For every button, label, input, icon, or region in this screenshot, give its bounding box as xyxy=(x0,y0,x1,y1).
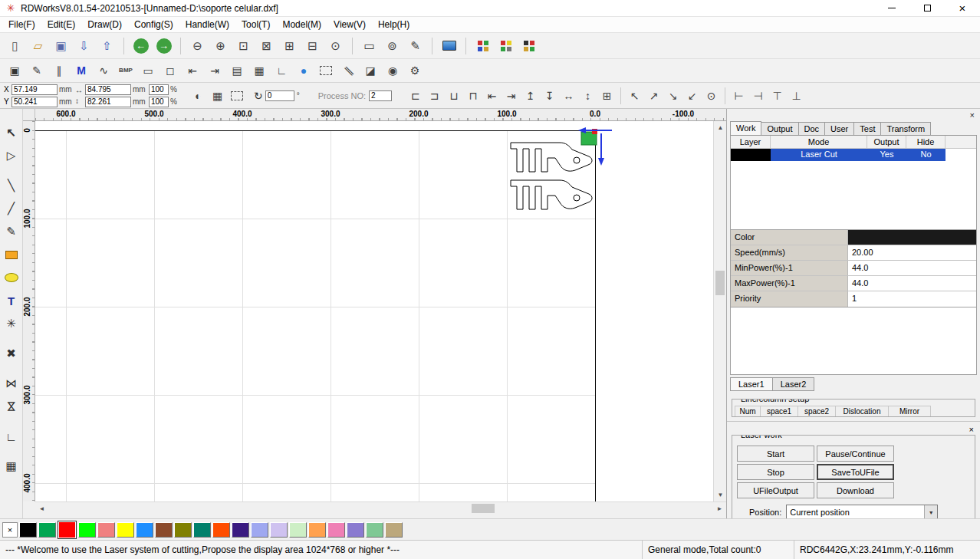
output-select-icon[interactable] xyxy=(518,36,539,56)
bmp-icon[interactable]: BMP xyxy=(116,61,136,80)
star-tool-icon[interactable]: ✳ xyxy=(2,314,21,334)
tab-output[interactable]: Output xyxy=(761,122,798,135)
menu-config[interactable]: Config(S) xyxy=(128,18,179,31)
node-edit-tool-icon[interactable]: ▷ xyxy=(2,146,21,166)
align-center-h-icon[interactable]: ↔ xyxy=(559,87,578,105)
vertical-scroll-track[interactable] xyxy=(714,134,726,488)
pen-pick-icon[interactable]: ✎ xyxy=(27,61,47,80)
tab-work[interactable]: Work xyxy=(730,121,761,135)
export-icon[interactable]: ⇧ xyxy=(97,36,117,56)
layer-mode-cell[interactable]: Laser Cut xyxy=(771,149,867,161)
offset-tool-icon[interactable]: ∟ xyxy=(2,426,21,446)
move-center-icon[interactable]: ⊙ xyxy=(702,87,721,105)
no-color-button[interactable]: × xyxy=(2,522,18,538)
menu-view[interactable]: View(V) xyxy=(327,18,372,31)
open-folder-icon[interactable]: ▱ xyxy=(28,36,48,56)
tile-icon[interactable]: ▦ xyxy=(208,87,227,105)
select-frame-icon[interactable]: ▭ xyxy=(359,36,380,56)
zoom-out-icon[interactable]: ⊖ xyxy=(187,36,208,56)
layer-header-layer[interactable]: Layer xyxy=(731,136,771,148)
layer-output-cell[interactable]: Yes xyxy=(867,149,906,161)
start-button[interactable]: Start xyxy=(737,446,814,462)
height-input[interactable] xyxy=(85,97,131,107)
minimize-button[interactable] xyxy=(874,0,909,16)
camera-icon[interactable]: ▣ xyxy=(5,61,25,80)
palette-color-3a1a80[interactable] xyxy=(232,522,249,538)
layer-header-mode[interactable]: Mode xyxy=(771,136,867,148)
rect-check-icon[interactable]: ▭ xyxy=(138,61,158,80)
palette-color-1e8fff[interactable] xyxy=(136,522,153,538)
array-tool-icon[interactable]: ▦ xyxy=(2,456,21,476)
rotate-icon[interactable]: ↻ xyxy=(254,90,263,102)
align-center-v-icon[interactable]: ↕ xyxy=(578,87,597,105)
move-bottom-left-icon[interactable]: ↙ xyxy=(682,87,702,105)
layer-row[interactable]: Laser Cut Yes No xyxy=(731,149,976,161)
curve-smooth-icon[interactable]: ∿ xyxy=(94,61,113,80)
polyline-tool-icon[interactable]: ╱ xyxy=(2,199,21,219)
zoom-extent-icon[interactable]: ⊙ xyxy=(325,36,346,56)
tab-laser1[interactable]: Laser1 xyxy=(730,377,773,391)
x-position-input[interactable] xyxy=(12,84,58,95)
width-input[interactable] xyxy=(85,84,131,95)
palette-color-bca87c[interactable] xyxy=(385,522,403,538)
property-value[interactable]: 44.0 xyxy=(848,261,976,275)
zoom-window-icon[interactable]: ⊡ xyxy=(233,36,254,56)
zoom-selection-icon[interactable]: ⊞ xyxy=(279,36,300,56)
settings-gear-icon[interactable]: ⚙ xyxy=(405,61,425,80)
vertical-scrollbar[interactable]: ▲ ▼ xyxy=(713,121,726,501)
palette-color-8b4a2b[interactable] xyxy=(155,522,173,538)
tab-laser2[interactable]: Laser2 xyxy=(772,377,815,391)
simulate-output-icon[interactable] xyxy=(472,36,493,56)
drawing-canvas[interactable] xyxy=(35,121,713,501)
mirror-vertical-icon[interactable]: ⋈ xyxy=(2,396,21,416)
tab-doc[interactable]: Doc xyxy=(798,122,826,135)
ruler-icon[interactable]: ∥ xyxy=(49,61,69,80)
drawing-shape-bottom[interactable] xyxy=(511,180,592,209)
rotation-input[interactable] xyxy=(265,90,294,101)
move-top-left-icon[interactable]: ↖ xyxy=(625,87,644,105)
corner-preview-icon[interactable]: ∟ xyxy=(271,61,291,80)
copy-array-icon[interactable] xyxy=(227,87,246,105)
palette-color-cdefc5[interactable] xyxy=(289,522,307,538)
pause-continue-button[interactable]: Pause/Continue xyxy=(817,446,894,462)
keypad-icon[interactable]: ▦ xyxy=(249,61,269,80)
palette-color-000000[interactable] xyxy=(19,522,37,538)
align-left-icon[interactable]: ⇤ xyxy=(482,87,502,105)
menu-handle[interactable]: Handle(W) xyxy=(179,18,235,31)
dock-top-icon[interactable]: ⊤ xyxy=(768,87,787,105)
fill-hatch-icon[interactable]: ∥ xyxy=(338,61,358,80)
ellipse-tool-icon[interactable] xyxy=(2,268,21,288)
pen-tool-icon[interactable]: ✎ xyxy=(2,222,21,242)
ufile-output-button[interactable]: UFileOutput xyxy=(737,482,814,498)
invert-colors-icon[interactable]: ◐ xyxy=(189,87,208,105)
palette-color-ffff00[interactable] xyxy=(117,522,134,538)
undo-icon[interactable]: ← xyxy=(130,36,151,56)
menu-tool[interactable]: Tool(T) xyxy=(235,18,276,31)
palette-color-7fc894[interactable] xyxy=(366,522,383,538)
pick-point-icon[interactable]: ⊚ xyxy=(382,36,403,56)
process-no-input[interactable] xyxy=(369,90,392,101)
horizontal-scroll-track[interactable] xyxy=(48,502,713,515)
group-icon[interactable]: ⊏ xyxy=(406,87,425,105)
preview-screen-icon[interactable] xyxy=(439,36,459,56)
preview-eye-icon[interactable]: ◉ xyxy=(383,61,403,80)
import-icon[interactable]: ⇩ xyxy=(74,36,94,56)
download-button[interactable]: Download xyxy=(817,482,894,498)
palette-color-cfc2f0[interactable] xyxy=(270,522,288,538)
rect-tool-icon[interactable] xyxy=(2,245,21,265)
palette-color-ef7fb5[interactable] xyxy=(327,522,345,538)
scroll-up-button[interactable]: ▲ xyxy=(714,121,726,134)
scroll-down-button[interactable]: ▼ xyxy=(714,488,726,501)
property-value[interactable]: 1 xyxy=(848,291,976,307)
property-value[interactable]: 20.00 xyxy=(848,245,976,260)
material-library-icon[interactable]: M xyxy=(71,61,91,80)
pick-pen-icon[interactable]: ✎ xyxy=(405,36,426,56)
palette-color-ff0000[interactable] xyxy=(58,521,77,539)
tab-user[interactable]: User xyxy=(824,122,854,135)
palette-color-f08080[interactable] xyxy=(97,522,115,538)
text-tool-icon[interactable]: T xyxy=(2,291,21,311)
menu-edit[interactable]: Edit(E) xyxy=(41,18,82,31)
palette-color-00a651[interactable] xyxy=(38,522,56,538)
align-right-icon[interactable]: ⇥ xyxy=(502,87,521,105)
property-value[interactable] xyxy=(848,230,976,245)
